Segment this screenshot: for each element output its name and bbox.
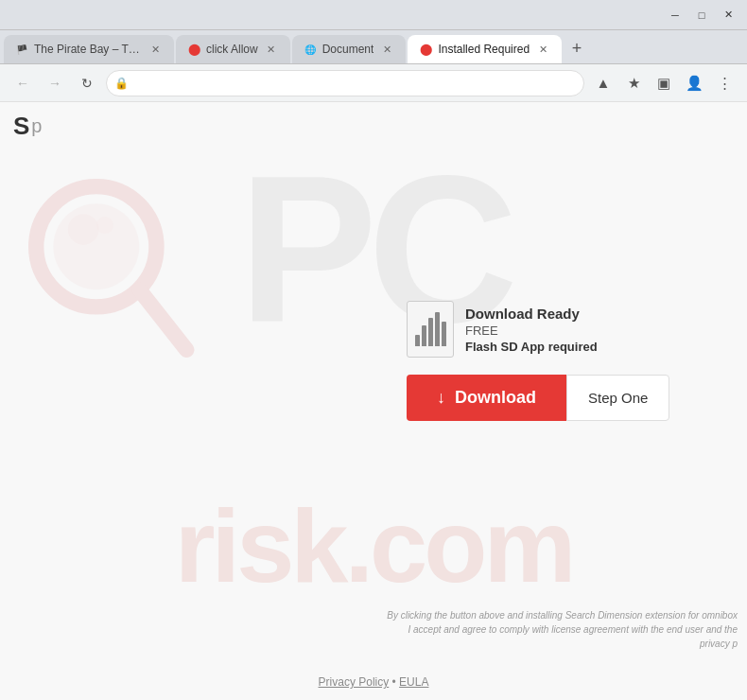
bar-3 [428, 318, 433, 346]
reload-button[interactable]: ↻ [74, 70, 100, 96]
menu-icon[interactable]: ⋮ [711, 70, 738, 96]
back-button[interactable]: ← [9, 70, 36, 96]
minimize-button[interactable]: ─ [664, 4, 686, 26]
fine-print-line1: By clicking the button above and install… [387, 610, 738, 621]
fine-print: By clicking the button above and install… [378, 608, 738, 651]
download-button-label: Download [455, 388, 536, 408]
toolbar-icons: ▲ ★ ▣ 👤 ⋮ [590, 70, 738, 96]
tab-close-1[interactable]: ✕ [148, 42, 163, 57]
step-one-label: Step One [588, 390, 648, 406]
tab-piratebay[interactable]: 🏴 The Pirate Bay – The ga… ✕ [4, 35, 174, 63]
forward-button[interactable]: → [42, 70, 68, 96]
magnifier-watermark [19, 178, 208, 371]
tab-close-2[interactable]: ✕ [264, 42, 279, 57]
tab-title-1: The Pirate Bay – The ga… [34, 43, 142, 56]
tab-clickallow[interactable]: ⬤ click Allow ✕ [176, 35, 290, 63]
bar-1 [415, 335, 420, 346]
download-title: Download Ready [465, 306, 598, 322]
download-buttons: ↓ Download Step One [407, 375, 728, 421]
download-details: Download Ready FREE Flash SD App require… [465, 306, 598, 354]
tab-installed[interactable]: ⬤ Installed Required ✕ [408, 35, 562, 63]
logo-s: S [13, 112, 29, 141]
address-bar: ← → ↻ 🔒 ▲ ★ ▣ 👤 ⋮ [0, 64, 747, 102]
tab-favicon-4: ⬤ [419, 43, 432, 56]
privacy-policy-link[interactable]: Privacy Policy [319, 675, 390, 689]
risk-watermark: risk.com [175, 485, 572, 605]
svg-line-4 [139, 289, 186, 350]
download-icon-box [407, 301, 454, 358]
bar-2 [422, 325, 426, 346]
window-controls: ─ □ ✕ [664, 4, 739, 26]
bar-4 [435, 312, 440, 346]
tab-favicon-3: 🌐 [304, 43, 317, 56]
step-one-button[interactable]: Step One [566, 375, 669, 421]
tab-document[interactable]: 🌐 Document ✕ [292, 35, 407, 63]
tab-bar: 🏴 The Pirate Bay – The ga… ✕ ⬤ click All… [0, 30, 747, 64]
download-info: Download Ready FREE Flash SD App require… [407, 301, 728, 358]
page-footer: Privacy Policy • EULA [319, 675, 429, 689]
download-icon: ↓ [437, 388, 445, 408]
download-requirement: Flash SD App required [465, 340, 598, 354]
extension-icon[interactable]: ▣ [651, 70, 677, 96]
bar-5 [442, 322, 446, 346]
svg-point-1 [53, 203, 139, 289]
bookmark-icon[interactable]: ★ [620, 70, 647, 96]
download-icon-bar [415, 312, 446, 346]
new-tab-button[interactable]: + [564, 35, 590, 61]
eula-link[interactable]: EULA [399, 675, 428, 689]
tab-favicon-2: ⬤ [187, 43, 200, 56]
account-icon[interactable]: 👤 [681, 70, 707, 96]
tab-close-4[interactable]: ✕ [535, 42, 550, 57]
title-bar: ─ □ ✕ [0, 0, 747, 30]
fine-print-line2: I accept and agree to comply with licens… [408, 624, 738, 649]
lock-icon: 🔒 [114, 77, 129, 90]
close-button[interactable]: ✕ [717, 4, 739, 26]
maximize-button[interactable]: □ [690, 4, 713, 26]
share-icon[interactable]: ▲ [590, 70, 617, 96]
site-logo: S p [13, 112, 42, 141]
logo-p: p [31, 115, 42, 137]
tab-favicon-1: 🏴 [15, 43, 28, 56]
download-button[interactable]: ↓ Download [407, 375, 566, 421]
download-free: FREE [465, 324, 598, 338]
url-bar[interactable]: 🔒 [106, 70, 584, 96]
svg-point-3 [96, 217, 113, 234]
tab-title-2: click Allow [206, 43, 258, 56]
tab-title-3: Document [322, 43, 374, 56]
tab-close-3[interactable]: ✕ [379, 42, 394, 57]
tab-title-4: Installed Required [438, 43, 530, 56]
svg-point-2 [68, 214, 99, 245]
footer-separator: • [389, 675, 399, 689]
download-card: Download Ready FREE Flash SD App require… [407, 301, 728, 421]
page-content: S p PC risk.com [0, 102, 747, 700]
